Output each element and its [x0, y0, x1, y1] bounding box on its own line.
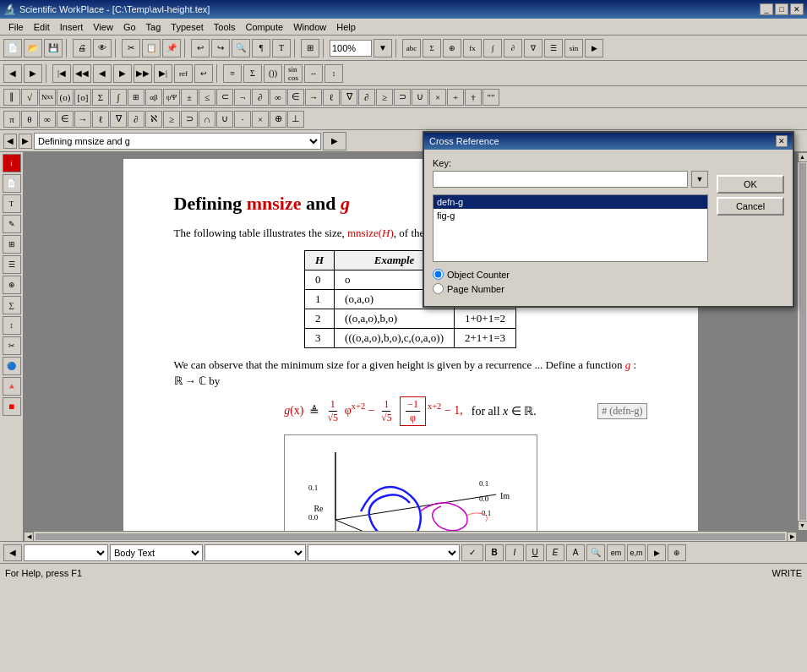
radio-object-input[interactable]	[433, 269, 444, 280]
bottom-prev[interactable]: ◀	[3, 544, 22, 561]
size-select[interactable]	[308, 544, 460, 561]
math-btn-quote[interactable]: ""	[483, 89, 499, 106]
math-btn-sqrt[interactable]: √	[21, 89, 38, 106]
math-btn-neg[interactable]: ¬	[234, 89, 251, 106]
scroll-right[interactable]: ▶	[787, 532, 797, 542]
math-btn-alpha[interactable]: αβ	[145, 89, 162, 106]
bottom-btn1[interactable]: ✓	[461, 544, 483, 561]
menu-edit[interactable]: Edit	[29, 20, 55, 34]
math-btn-psi[interactable]: ψΨ	[163, 89, 180, 106]
tb-btn8[interactable]: ☰	[544, 39, 563, 57]
tb-btn4[interactable]: fx	[463, 39, 482, 57]
nav-back[interactable]: ◀	[93, 64, 112, 83]
tb-btn10[interactable]: ▶	[585, 39, 603, 57]
dialog-close-button[interactable]: ✕	[776, 135, 788, 147]
scroll-down[interactable]: ▼	[798, 521, 808, 531]
minimize-button[interactable]: _	[760, 3, 773, 15]
math-btn-partial[interactable]: ∂	[252, 89, 269, 106]
menu-typeset[interactable]: Typeset	[166, 20, 209, 34]
bottom-btn-math4[interactable]: ⊕	[668, 544, 686, 561]
bottom-btn-find[interactable]: 🔍	[586, 544, 605, 561]
nav-start[interactable]: |◀	[52, 64, 71, 83]
zoom-input[interactable]: 100%	[330, 40, 372, 57]
nav-fwd[interactable]: ▶	[113, 64, 132, 83]
list-item-defng[interactable]: defn-g	[433, 195, 707, 209]
math-btn-ell[interactable]: ℓ	[323, 89, 340, 106]
key-input[interactable]	[433, 171, 688, 188]
tb-btn6[interactable]: ∂	[504, 39, 522, 57]
math-btn-elem[interactable]: ∈	[287, 89, 304, 106]
math-btn-supset[interactable]: ⊃	[394, 89, 411, 106]
math-btn-bracket[interactable]: [o]	[74, 89, 91, 106]
math-btn-subset[interactable]: ⊂	[216, 89, 233, 106]
sidebar-btn-6[interactable]: ☰	[3, 255, 21, 274]
bottom-btn-A[interactable]: A	[566, 544, 585, 561]
math-btn-sum[interactable]: Σ	[92, 89, 109, 106]
sidebar-btn-2[interactable]: 📄	[3, 174, 21, 193]
align-dot[interactable]: ↔	[304, 64, 323, 83]
sidebar-btn-1[interactable]: i	[3, 154, 21, 172]
nav-next2[interactable]: ▶	[24, 64, 42, 83]
table-btn[interactable]: ⊞	[301, 39, 319, 57]
menu-go[interactable]: Go	[118, 20, 141, 34]
font-select[interactable]	[204, 544, 306, 561]
bottom-btn-E[interactable]: E	[546, 544, 564, 561]
tb-btn5[interactable]: ∫	[483, 39, 502, 57]
math2-supset2[interactable]: ⊃	[181, 111, 198, 128]
math-btn-inf[interactable]: ∞	[270, 89, 286, 106]
math-btn-times[interactable]: ×	[429, 89, 446, 106]
align-center[interactable]: Σ	[243, 64, 262, 83]
menu-file[interactable]: File	[3, 20, 29, 34]
nav-left[interactable]: ◀	[3, 134, 17, 149]
math-btn-geq[interactable]: ≥	[376, 89, 393, 106]
open-btn[interactable]: 📂	[24, 39, 42, 57]
paste-btn[interactable]: 📌	[162, 39, 181, 57]
align-right[interactable]: sincos	[284, 64, 303, 83]
math-btn-int[interactable]: ∫	[110, 89, 127, 106]
sidebar-btn-9[interactable]: ↕	[3, 316, 21, 335]
menu-help[interactable]: Help	[331, 20, 361, 34]
math2-geq2[interactable]: ≥	[163, 111, 180, 128]
print-btn[interactable]: 🖨	[73, 39, 91, 57]
style-select1[interactable]	[24, 544, 108, 561]
math2-perp[interactable]: ⊥	[287, 111, 304, 128]
sidebar-btn-7[interactable]: ⊕	[3, 276, 21, 294]
nav-last[interactable]: ▶|	[154, 64, 172, 83]
math2-aleph[interactable]: ℵ	[145, 111, 162, 128]
radio-page-number[interactable]: Page Number	[433, 283, 504, 294]
math2-infty[interactable]: ∞	[39, 111, 56, 128]
nav-go[interactable]: ▶	[323, 132, 346, 150]
math2-theta[interactable]: θ	[21, 111, 38, 128]
scroll-up[interactable]: ▲	[798, 152, 808, 162]
math2-cap[interactable]: ∩	[199, 111, 215, 128]
menu-tools[interactable]: Tools	[209, 20, 241, 34]
sidebar-btn-stop[interactable]: ⏹	[3, 397, 21, 416]
math-btn-matrix[interactable]: ⊞	[128, 89, 144, 106]
math-btn-leq[interactable]: ≤	[199, 89, 215, 106]
style-select2[interactable]: Body Text	[110, 544, 203, 561]
keys-list[interactable]: defn-g fig-g	[433, 194, 708, 262]
nav-end[interactable]: ▶▶	[134, 64, 152, 83]
sidebar-btn-8[interactable]: ∑	[3, 296, 21, 314]
save-btn[interactable]: 💾	[44, 39, 63, 57]
math-btn-1[interactable]: ∥	[3, 89, 20, 106]
text-btn[interactable]: T	[272, 39, 291, 57]
new-btn[interactable]: 📄	[3, 39, 22, 57]
key-dropdown[interactable]: ▼	[691, 171, 708, 188]
math2-oplus[interactable]: ⊕	[270, 111, 286, 128]
nav-prev[interactable]: ◀◀	[73, 64, 91, 83]
para-btn[interactable]: ¶	[252, 39, 270, 57]
list-item-figg[interactable]: fig-g	[433, 209, 707, 222]
tb-btn9[interactable]: sin	[564, 39, 583, 57]
menu-compute[interactable]: Compute	[241, 20, 289, 34]
math2-cdot[interactable]: ·	[234, 111, 251, 128]
math-btn-partial2[interactable]: ∂	[358, 89, 375, 106]
align-left[interactable]: ≡	[223, 64, 242, 83]
math2-cup2[interactable]: ∪	[216, 111, 233, 128]
math-btn-nabla[interactable]: ∇	[341, 89, 357, 106]
math-btn-cup[interactable]: ∪	[412, 89, 428, 106]
bottom-btn-U[interactable]: U	[526, 544, 544, 561]
bottom-btn-B[interactable]: B	[485, 544, 504, 561]
sidebar-btn-12[interactable]: 🔺	[3, 377, 21, 396]
align-math[interactable]: ↕	[324, 64, 343, 83]
